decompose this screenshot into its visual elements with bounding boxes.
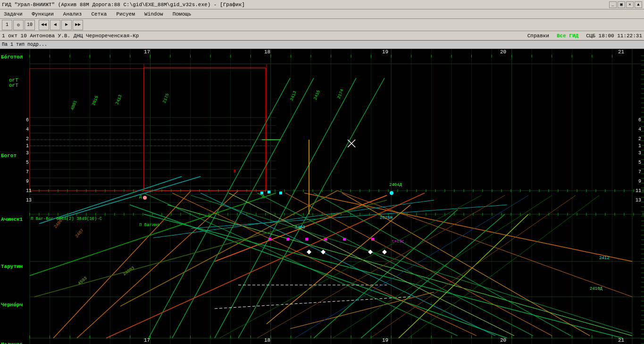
track-2-left: 2	[26, 136, 29, 142]
statusbar-spravki: Справки	[527, 33, 549, 39]
restore-button[interactable]: ▣	[618, 1, 625, 8]
maximize-button[interactable]: ▲	[635, 1, 642, 8]
close-button[interactable]: ✕	[626, 1, 634, 8]
track-4-left: 4	[26, 127, 29, 132]
minimize-button[interactable]: _	[609, 1, 617, 8]
track-2-right: 2	[638, 136, 641, 142]
toolbar: 1 ⊙ 10 ◄◄ ◄ ► ►►	[0, 19, 644, 31]
time-21-bottom: 21	[618, 337, 624, 343]
toolbar-btn-back[interactable]: ◄	[50, 20, 60, 30]
substatusbar: Па 1 тип подр...	[0, 41, 644, 49]
canvas-area[interactable]: Правое поле Бо́готол Богот Ачинск1 Тарут…	[0, 49, 644, 344]
toolbar-btn-1[interactable]: 1	[2, 20, 12, 30]
menu-zadachi[interactable]: Задачи	[1, 9, 25, 18]
track-6-left: 6	[26, 117, 29, 123]
toolbar-btn-rewind[interactable]: ◄◄	[39, 20, 49, 30]
track-13-left: 13	[26, 198, 32, 203]
statusbar-info: 1 окт 10 Антонова У.В. ДНЦ Чернореченска…	[2, 33, 139, 39]
station-malinogi: Малиног	[1, 342, 23, 344]
station-bogogtol: Бо́готол	[1, 54, 23, 60]
time-18-bottom: 18	[264, 337, 270, 343]
station-chernorch: Черно́рч	[1, 302, 23, 308]
menu-window[interactable]: Window	[142, 9, 166, 18]
station-tarutin: Тарутин	[1, 264, 23, 269]
track-7-right: 7	[638, 169, 641, 175]
station-bogot: Богот	[1, 153, 17, 159]
time-19-bottom: 19	[382, 337, 388, 343]
track-13-right: 13	[636, 198, 641, 203]
time-17-bottom: 17	[144, 337, 150, 343]
track-1-right: 1	[638, 143, 641, 149]
time-21: 21	[618, 49, 624, 55]
time-20-bottom: 20	[500, 337, 506, 343]
track-7-left: 7	[26, 169, 29, 175]
track-11-right: 11	[636, 188, 641, 193]
train-label-vagino: П Вагино	[139, 223, 159, 227]
menu-risuem[interactable]: Рисуем	[113, 9, 138, 18]
track-5-left: 5	[26, 160, 29, 165]
menu-analiz[interactable]: Анализ	[60, 9, 85, 18]
time-19: 19	[382, 49, 388, 55]
toolbar-btn-10[interactable]: 10	[25, 20, 35, 30]
train-label-t13c: t+13с.	[392, 239, 407, 244]
statusbar-gid: Все ГИД	[557, 33, 578, 39]
track-3-left: 3	[26, 151, 29, 156]
time-20: 20	[500, 49, 506, 55]
toolbar-btn-fastforward[interactable]: ►►	[73, 20, 83, 30]
statusbar-right: Справки Все ГИД СЦБ 18:00 11:22:31	[527, 33, 642, 39]
graph-canvas[interactable]	[0, 49, 644, 344]
train-label-barbog: П Bar-Бог 6864(2) 3849(10)-С	[31, 217, 102, 221]
menu-setka[interactable]: Сетка	[88, 9, 109, 18]
toolbar-btn-forward[interactable]: ►	[61, 20, 72, 30]
track-9-right: 9	[638, 179, 641, 184]
toolbar-btn-circle[interactable]: ⊙	[13, 20, 24, 30]
track-11-left: 11	[26, 188, 32, 193]
track-9-left: 9	[26, 179, 29, 184]
track-4-right: 4	[638, 127, 641, 132]
track-1-left: 1	[26, 143, 29, 149]
menubar: Задачи Функции Анализ Сетка Рисуем Windo…	[0, 9, 644, 19]
track-5-right: 5	[638, 160, 641, 165]
titlebar: ГИД "Урал-ВНИИЖТ" (Архив 88М Дорога:88 C…	[0, 0, 644, 9]
statusbar-time: СЦБ 18:00 11:22:31	[586, 33, 642, 39]
substatusbar-text: Па 1 тип подр...	[2, 42, 47, 47]
titlebar-title: ГИД "Урал-ВНИИЖТ" (Архив 88М Дорога:88 C…	[2, 2, 245, 8]
statusbar: 1 окт 10 Антонова У.В. ДНЦ Чернореченска…	[0, 31, 644, 41]
menu-funktsii[interactable]: Функции	[29, 9, 57, 18]
time-17: 17	[144, 49, 150, 55]
track-6-right: 6	[638, 117, 641, 123]
titlebar-controls[interactable]: _ ▣ ✕ ▲	[609, 1, 642, 8]
ort-label: orT	[9, 77, 18, 83]
menu-pomoshch[interactable]: Помощь	[170, 9, 194, 18]
time-18: 18	[264, 49, 270, 55]
station-achinsk: Ачинск1	[1, 217, 23, 222]
track-3-right: 3	[638, 151, 641, 156]
